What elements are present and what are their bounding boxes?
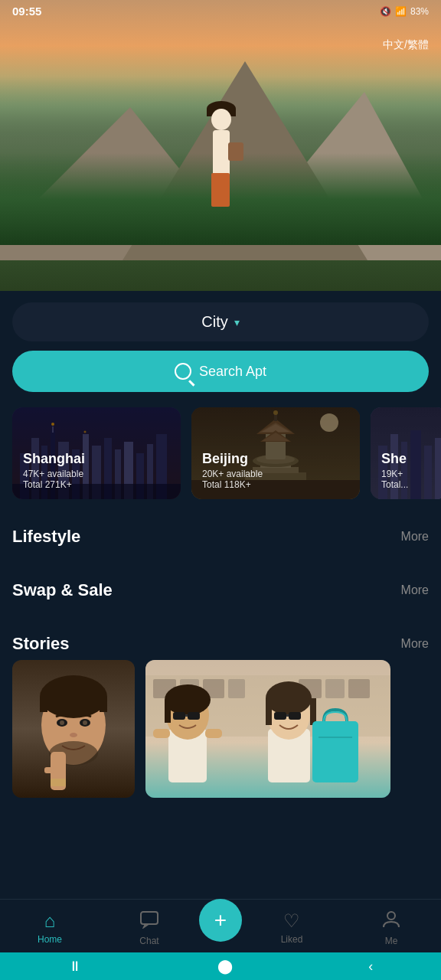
swap-section-header: Swap & Sale More bbox=[0, 568, 441, 606]
svg-rect-65 bbox=[348, 679, 370, 698]
svg-rect-69 bbox=[165, 700, 171, 723]
svg-point-44 bbox=[40, 675, 107, 718]
city-card-info-shanghai: Shanghai 47K+ available Total 271K+ bbox=[23, 451, 85, 490]
city-avail-shanghai: 47K+ available bbox=[23, 469, 85, 479]
lifestyle-section-header: Lifestyle More bbox=[0, 514, 441, 553]
system-back-button[interactable]: ‹ bbox=[368, 959, 373, 975]
city-cards-container: Shanghai 47K+ available Total 271K+ bbox=[0, 407, 441, 499]
swap-more[interactable]: More bbox=[401, 583, 429, 597]
liked-icon: ♡ bbox=[283, 910, 300, 932]
mute-icon: 🔇 bbox=[380, 6, 391, 17]
svg-rect-82 bbox=[286, 714, 289, 717]
svg-rect-62 bbox=[228, 679, 245, 698]
city-total-she: Total... bbox=[381, 479, 408, 490]
stories-section-header: Stories More bbox=[0, 622, 441, 660]
svg-point-77 bbox=[266, 681, 312, 715]
svg-point-68 bbox=[165, 684, 211, 715]
story-card-1[interactable] bbox=[12, 660, 135, 798]
wifi-icon: 📶 bbox=[395, 6, 407, 17]
plus-icon: + bbox=[214, 910, 227, 931]
svg-rect-72 bbox=[185, 714, 188, 717]
city-total-shanghai: Total 271K+ bbox=[23, 479, 85, 490]
svg-rect-81 bbox=[289, 712, 301, 720]
lifestyle-more[interactable]: More bbox=[401, 530, 429, 544]
nav-me[interactable]: Me bbox=[341, 906, 441, 949]
city-label: City bbox=[201, 313, 227, 331]
status-bar: 09:55 🔇 📶 83% bbox=[0, 0, 441, 22]
svg-rect-80 bbox=[274, 712, 286, 720]
svg-rect-46 bbox=[100, 697, 107, 712]
svg-rect-83 bbox=[312, 721, 358, 782]
swap-content bbox=[0, 606, 441, 622]
city-name-shanghai: Shanghai bbox=[23, 451, 85, 467]
system-pause-button[interactable]: ⏸ bbox=[68, 959, 82, 975]
search-apt-button[interactable]: Search Apt bbox=[12, 351, 429, 392]
nav-home-label: Home bbox=[38, 934, 62, 945]
svg-rect-55 bbox=[51, 779, 66, 786]
svg-rect-71 bbox=[188, 712, 200, 720]
lifestyle-content bbox=[0, 553, 441, 568]
svg-point-51 bbox=[70, 733, 77, 737]
city-total-beijing: Total 118K+ bbox=[202, 479, 263, 490]
city-card-she[interactable]: She 19K+ Total... bbox=[371, 407, 441, 499]
city-card-beijing[interactable]: Beijing 20K+ available Total 118K+ bbox=[191, 407, 360, 499]
stories-title: Stories bbox=[12, 634, 70, 654]
svg-rect-73 bbox=[153, 729, 170, 738]
city-avail-beijing: 20K+ available bbox=[202, 469, 263, 479]
nav-center-add-button[interactable]: + bbox=[199, 899, 242, 942]
city-card-info-she: She 19K+ Total... bbox=[381, 451, 408, 490]
city-name-beijing: Beijing bbox=[202, 451, 263, 467]
city-avail-she: 19K+ bbox=[381, 469, 408, 479]
chat-icon bbox=[139, 909, 159, 933]
svg-rect-45 bbox=[40, 697, 47, 712]
svg-rect-70 bbox=[173, 712, 185, 720]
svg-point-50 bbox=[83, 720, 87, 725]
search-icon bbox=[175, 363, 191, 380]
me-icon bbox=[381, 909, 401, 933]
lifestyle-title: Lifestyle bbox=[12, 527, 80, 547]
svg-rect-84 bbox=[318, 737, 352, 738]
svg-rect-64 bbox=[325, 679, 345, 698]
nav-home[interactable]: ⌂ Home bbox=[0, 907, 100, 948]
city-card-info-beijing: Beijing 20K+ available Total 118K+ bbox=[202, 451, 263, 490]
stories-container bbox=[0, 660, 441, 798]
system-bar: ⏸ ⬤ ‹ bbox=[0, 952, 441, 980]
city-name-she: She bbox=[381, 451, 408, 467]
svg-rect-74 bbox=[205, 729, 222, 738]
home-icon: ⌂ bbox=[44, 910, 56, 932]
nav-me-label: Me bbox=[385, 936, 398, 946]
city-card-shanghai[interactable]: Shanghai 47K+ available Total 271K+ bbox=[12, 407, 181, 499]
status-time: 09:55 bbox=[12, 5, 41, 18]
language-toggle[interactable]: 中文/繁體 bbox=[383, 38, 429, 52]
status-icons: 🔇 📶 83% bbox=[380, 6, 429, 17]
system-home-button[interactable]: ⬤ bbox=[217, 958, 233, 975]
nav-liked-label: Liked bbox=[281, 934, 303, 945]
svg-rect-78 bbox=[266, 698, 272, 725]
dropdown-arrow: ▾ bbox=[234, 316, 240, 328]
story-card-2[interactable] bbox=[145, 660, 390, 798]
hero-person bbox=[190, 100, 251, 222]
svg-rect-85 bbox=[141, 912, 158, 924]
swap-title: Swap & Sale bbox=[12, 580, 113, 600]
svg-point-49 bbox=[60, 720, 64, 725]
svg-rect-54 bbox=[44, 767, 54, 773]
nav-chat-label: Chat bbox=[139, 936, 158, 946]
nav-liked[interactable]: ♡ Liked bbox=[242, 907, 341, 948]
search-apt-label: Search Apt bbox=[199, 364, 266, 380]
svg-rect-79 bbox=[310, 698, 316, 725]
nav-chat[interactable]: Chat bbox=[100, 906, 199, 949]
city-selector[interactable]: City ▾ bbox=[12, 302, 429, 341]
battery-text: 83% bbox=[410, 6, 429, 17]
svg-point-86 bbox=[387, 912, 395, 920]
stories-more[interactable]: More bbox=[401, 637, 429, 651]
main-content: City ▾ Search Apt bbox=[0, 302, 441, 890]
bottom-nav: ⌂ Home Chat + ♡ Liked Me bbox=[0, 899, 441, 952]
hero-section: 中文/繁體 bbox=[0, 0, 441, 291]
